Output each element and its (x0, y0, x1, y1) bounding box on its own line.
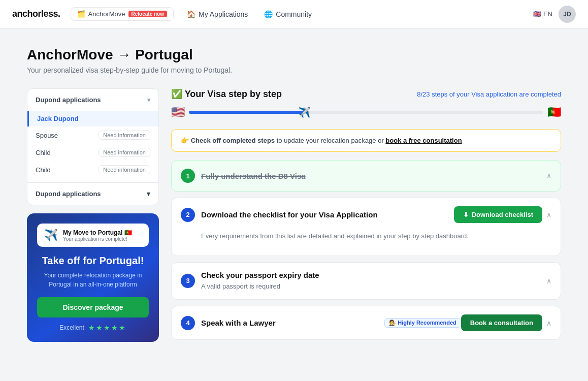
info-emoji: 👉 (181, 137, 189, 144)
usa-flag: 🇺🇸 (171, 106, 185, 119)
member-name: Spouse (36, 132, 58, 139)
applications-header-2[interactable]: Dupond applications ▾ (27, 182, 158, 205)
member-child-2: Child Need information (27, 161, 158, 178)
step-3-row: Check your passport expiry date A valid … (201, 271, 551, 292)
app-header: anchorless. 🗂️ AnchorMove Relocate now 🏠… (0, 0, 588, 28)
step-1-card: 1 Fully understand the D8 Visa ∧ (171, 160, 561, 192)
step-2-header[interactable]: 2 Download the checklist for your Visa A… (172, 198, 561, 231)
step-4-title: Speak with a Lawyer (201, 319, 380, 327)
need-info-badge: Need information (99, 165, 150, 174)
progress-bar-fill: ✈️ (189, 111, 306, 114)
my-applications-link[interactable]: 🏠 My Applications (180, 8, 255, 21)
download-checklist-button[interactable]: ⬇ Download checklist (454, 206, 542, 223)
info-banner: 👉 Check off completed steps to update yo… (171, 129, 561, 152)
step-1-chevron[interactable]: ∧ (546, 172, 551, 180)
application-list: Jack Dupond Spouse Need information Chil… (27, 111, 158, 182)
member-spouse: Spouse Need information (27, 126, 158, 144)
step-4-number: 4 (181, 316, 195, 330)
applications-title-2: Dupond applications (36, 190, 101, 198)
applications-title: Dupond applications (36, 96, 101, 104)
applications-card: Dupond applications ▾ Jack Dupond Spouse… (27, 88, 159, 205)
step-4-header[interactable]: 4 Speak with a Lawyer 🧑‍⚖️ Highly Recomm… (172, 306, 561, 339)
consultation-link[interactable]: book a free consultation (385, 137, 462, 144)
step-1-number: 1 (181, 169, 195, 183)
discover-package-button[interactable]: Discover package (37, 297, 149, 318)
anchormove-nav-pill[interactable]: 🗂️ AnchorMove Relocate now (71, 7, 174, 21)
step-4-chevron[interactable]: ∧ (546, 319, 551, 327)
home-icon: 🏠 (187, 10, 195, 18)
rating-row: Excellent ★★★★★ (37, 324, 149, 332)
step-3-title: Check your passport expiry date (201, 271, 319, 279)
step-3-card: 3 Check your passport expiry date A vali… (171, 262, 561, 300)
step-2-number: 2 (181, 208, 195, 222)
step-2-card: 2 Download the checklist for your Visa A… (171, 198, 561, 256)
main-nav: 🏠 My Applications 🌐 Community (180, 8, 319, 21)
relocate-badge: Relocate now (128, 11, 167, 17)
header-right: 🇬🇧 EN JD (533, 6, 576, 23)
info-bold: Check off completed steps (191, 137, 275, 144)
step-2-row: Download the checklist for your Visa App… (201, 206, 551, 223)
visa-progress-text: 8/23 steps of your Visa application are … (417, 90, 561, 98)
portugal-flag: 🇵🇹 (547, 106, 561, 119)
main-user[interactable]: Jack Dupond (27, 111, 158, 126)
step-3-chevron[interactable]: ∧ (546, 277, 551, 285)
promo-mini-card: ✈️ My Move to Portugal 🇵🇹 Your applicati… (37, 224, 149, 247)
step-3-content: Check your passport expiry date A valid … (201, 271, 319, 292)
step-3-header[interactable]: 3 Check your passport expiry date A vali… (172, 263, 561, 300)
download-icon: ⬇ (463, 211, 469, 218)
step-4-row: Speak with a Lawyer 🧑‍⚖️ Highly Recommen… (201, 314, 551, 331)
info-text: to update your relocation package or (277, 137, 386, 144)
excellent-label: Excellent (59, 324, 84, 331)
applications-header[interactable]: Dupond applications ▾ (27, 89, 158, 111)
promo-mini-text: My Move to Portugal 🇵🇹 Your application … (63, 229, 132, 242)
promo-mini-title: My Move to Portugal 🇵🇹 (63, 229, 132, 236)
step-2-chevron[interactable]: ∧ (546, 211, 551, 219)
promo-mini-sub: Your application is complete! (63, 236, 132, 242)
progress-bar-container: ✈️ (189, 111, 543, 114)
member-name: Child (36, 166, 51, 174)
globe-icon: 🌐 (264, 10, 273, 18)
step-2-title: Download the checklist for your Visa App… (201, 210, 454, 219)
step-4-title-group: Speak with a Lawyer 🧑‍⚖️ Highly Recommen… (201, 318, 461, 328)
page-subtitle: Your personalized visa step-by-step guid… (27, 66, 561, 74)
step-3-number: 3 (181, 274, 195, 288)
step-1-title: Fully understand the D8 Visa (201, 172, 540, 180)
anchormove-icon: 🗂️ (77, 10, 85, 18)
visa-area: ✅ Your Visa step by step 8/23 steps of y… (171, 88, 561, 346)
member-name: Child (36, 149, 51, 156)
language-label: EN (543, 10, 552, 18)
airplane-icon: ✈️ (298, 106, 311, 118)
content-grid: Dupond applications ▾ Jack Dupond Spouse… (27, 88, 561, 346)
community-link[interactable]: 🌐 Community (257, 8, 319, 21)
promo-text: Your complete relocation package in Port… (37, 271, 149, 289)
step-4-card: 4 Speak with a Lawyer 🧑‍⚖️ Highly Recomm… (171, 306, 561, 340)
page-title: AnchorMove → Portugal (27, 47, 561, 63)
user-avatar[interactable]: JD (559, 6, 576, 23)
plane-icon: ✈️ (44, 229, 58, 242)
community-label: Community (276, 10, 312, 18)
language-selector[interactable]: 🇬🇧 EN (533, 10, 552, 18)
need-info-badge: Need information (99, 148, 150, 157)
applications-chevron: ▾ (147, 97, 150, 104)
anchormove-label: AnchorMove (88, 10, 125, 18)
flag-icon: 🇬🇧 (533, 10, 541, 18)
book-consultation-button[interactable]: Book a consultation (461, 314, 542, 331)
promo-heading: Take off for Portugal! (37, 255, 149, 267)
star-rating: ★★★★★ (88, 324, 126, 332)
promo-card: ✈️ My Move to Portugal 🇵🇹 Your applicati… (27, 213, 159, 342)
step-2-desc: Every requirements from this list are de… (201, 231, 551, 241)
chevron-down-icon: ▾ (147, 190, 150, 198)
sidebar: Dupond applications ▾ Jack Dupond Spouse… (27, 88, 159, 342)
member-child-1: Child Need information (27, 144, 158, 161)
recommended-badge: 🧑‍⚖️ Highly Recommended (384, 318, 461, 328)
main-content: AnchorMove → Portugal Your personalized … (15, 28, 573, 364)
need-info-badge: Need information (99, 131, 150, 140)
progress-track: 🇺🇸 ✈️ 🇵🇹 (171, 106, 561, 119)
step-1-header[interactable]: 1 Fully understand the D8 Visa ∧ (172, 161, 561, 191)
step-3-desc: A valid passport is required (201, 281, 319, 292)
my-applications-label: My Applications (199, 10, 248, 18)
step-2-body: Every requirements from this list are de… (172, 231, 561, 256)
visa-header: ✅ Your Visa step by step 8/23 steps of y… (171, 88, 561, 100)
visa-title: ✅ Your Visa step by step (171, 88, 282, 100)
logo: anchorless. (12, 9, 60, 19)
